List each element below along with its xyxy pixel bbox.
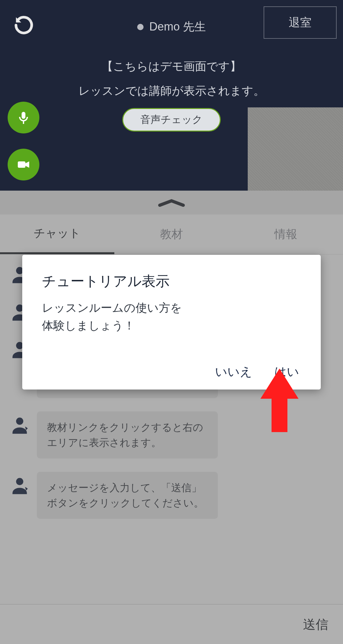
reload-button[interactable]: ↻: [11, 13, 36, 37]
svg-marker-8: [260, 369, 299, 432]
teacher-status: Demo 先生: [137, 19, 206, 35]
teacher-name: Demo 先生: [149, 19, 206, 35]
camera-button[interactable]: [8, 149, 39, 180]
camera-icon: [16, 157, 31, 172]
annotation-arrow-icon: [260, 369, 299, 432]
modal-no-button[interactable]: いいえ: [215, 364, 252, 380]
modal-body: レッスンルームの使い方を 体験しましょう！: [42, 299, 301, 364]
modal-title: チュートリアル表示: [42, 272, 301, 291]
audio-check-label: 音声チェック: [140, 113, 203, 127]
svg-rect-0: [23, 121, 24, 124]
exit-button[interactable]: 退室: [264, 6, 337, 39]
modal-no-label: いいえ: [215, 365, 252, 378]
svg-marker-2: [25, 161, 29, 168]
audio-check-button[interactable]: 音声チェック: [122, 108, 221, 132]
demo-banner-line2: レッスンでは講師が表示されます。: [0, 83, 343, 99]
svg-rect-1: [18, 161, 25, 168]
modal-body-line2: 体験しましょう！: [42, 319, 135, 332]
mic-button[interactable]: [8, 102, 39, 133]
self-video-thumbnail: [248, 107, 343, 191]
status-dot-icon: [137, 24, 144, 30]
demo-banner-line1: 【こちらはデモ画面です】: [0, 59, 343, 74]
exit-button-label: 退室: [289, 15, 312, 31]
video-area: ↻ Demo 先生 退室 【こちらはデモ画面です】 レッスンでは講師が表示されま…: [0, 0, 343, 191]
modal-body-line1: レッスンルームの使い方を: [42, 301, 182, 314]
mic-icon: [16, 110, 31, 125]
app-root: ↻ Demo 先生 退室 【こちらはデモ画面です】 レッスンでは講師が表示されま…: [0, 0, 343, 644]
